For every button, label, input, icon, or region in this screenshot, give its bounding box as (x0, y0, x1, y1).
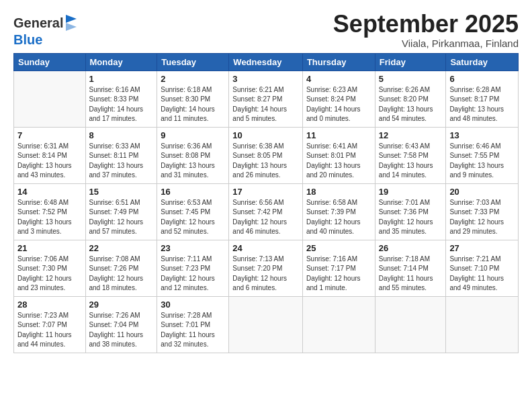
day-number: 20 (449, 187, 515, 197)
day-detail: Sunrise: 6:23 AMSunset: 8:24 PMDaylight:… (306, 85, 371, 124)
day-number: 7 (17, 130, 82, 140)
day-number: 14 (17, 187, 82, 197)
day-detail: Sunrise: 7:06 AMSunset: 7:30 PMDaylight:… (17, 255, 82, 293)
calendar-cell: 29Sunrise: 7:26 AMSunset: 7:04 PMDayligh… (85, 296, 157, 353)
calendar-cell: 25Sunrise: 7:16 AMSunset: 7:17 PMDayligh… (302, 240, 375, 296)
day-detail: Sunrise: 7:21 AMSunset: 7:10 PMDaylight:… (449, 255, 515, 293)
calendar-cell: 7Sunrise: 6:31 AMSunset: 8:14 PMDaylight… (14, 127, 86, 183)
week-row-5: 28Sunrise: 7:23 AMSunset: 7:07 PMDayligh… (14, 296, 519, 353)
day-number: 29 (89, 300, 154, 310)
logo-flag-icon (64, 13, 78, 32)
day-detail: Sunrise: 6:46 AMSunset: 7:55 PMDaylight:… (449, 142, 515, 181)
day-number: 15 (89, 187, 154, 197)
day-detail: Sunrise: 6:18 AMSunset: 8:30 PMDaylight:… (161, 85, 225, 124)
svg-marker-1 (66, 23, 77, 31)
day-number: 26 (379, 243, 443, 253)
day-detail: Sunrise: 6:43 AMSunset: 7:58 PMDaylight:… (379, 142, 443, 181)
calendar-cell: 18Sunrise: 6:58 AMSunset: 7:39 PMDayligh… (302, 183, 375, 240)
logo-blue: Blue (13, 32, 42, 47)
day-detail: Sunrise: 6:58 AMSunset: 7:39 PMDaylight:… (306, 198, 371, 237)
day-detail: Sunrise: 6:26 AMSunset: 8:20 PMDaylight:… (379, 85, 443, 124)
day-detail: Sunrise: 6:48 AMSunset: 7:52 PMDaylight:… (17, 198, 82, 237)
day-detail: Sunrise: 6:41 AMSunset: 8:01 PMDaylight:… (306, 142, 371, 181)
title-block: September 2025 Viiala, Pirkanmaa, Finlan… (333, 11, 519, 49)
day-detail: Sunrise: 7:26 AMSunset: 7:04 PMDaylight:… (89, 311, 154, 350)
day-detail: Sunrise: 6:28 AMSunset: 8:17 PMDaylight:… (449, 85, 515, 124)
calendar-cell: 8Sunrise: 6:33 AMSunset: 8:11 PMDaylight… (85, 127, 157, 183)
calendar-cell: 22Sunrise: 7:08 AMSunset: 7:26 PMDayligh… (85, 240, 157, 296)
day-number: 27 (449, 243, 515, 253)
calendar-cell: 4Sunrise: 6:23 AMSunset: 8:24 PMDaylight… (302, 71, 375, 127)
day-number: 9 (161, 130, 225, 140)
calendar-cell: 12Sunrise: 6:43 AMSunset: 7:58 PMDayligh… (375, 127, 446, 183)
day-detail: Sunrise: 6:53 AMSunset: 7:45 PMDaylight:… (161, 198, 225, 237)
calendar-cell: 23Sunrise: 7:11 AMSunset: 7:23 PMDayligh… (157, 240, 229, 296)
calendar-cell (302, 296, 375, 353)
week-row-1: 1Sunrise: 6:16 AMSunset: 8:33 PMDaylight… (14, 71, 519, 127)
location: Viiala, Pirkanmaa, Finland (333, 38, 519, 49)
logo: General Blue (13, 13, 78, 47)
calendar-cell: 5Sunrise: 6:26 AMSunset: 8:20 PMDaylight… (375, 71, 446, 127)
svg-marker-0 (66, 15, 77, 23)
logo-general: General (13, 15, 63, 30)
calendar-cell: 20Sunrise: 7:03 AMSunset: 7:33 PMDayligh… (446, 183, 519, 240)
day-detail: Sunrise: 6:21 AMSunset: 8:27 PMDaylight:… (232, 85, 299, 124)
day-detail: Sunrise: 7:16 AMSunset: 7:17 PMDaylight:… (306, 255, 371, 293)
col-tuesday: Tuesday (157, 53, 229, 71)
calendar-cell: 21Sunrise: 7:06 AMSunset: 7:30 PMDayligh… (14, 240, 86, 296)
day-detail: Sunrise: 7:18 AMSunset: 7:14 PMDaylight:… (379, 255, 443, 293)
col-sunday: Sunday (14, 53, 86, 71)
day-detail: Sunrise: 6:51 AMSunset: 7:49 PMDaylight:… (89, 198, 154, 237)
day-detail: Sunrise: 7:28 AMSunset: 7:01 PMDaylight:… (161, 311, 225, 350)
calendar-cell: 28Sunrise: 7:23 AMSunset: 7:07 PMDayligh… (14, 296, 86, 353)
calendar: Sunday Monday Tuesday Wednesday Thursday… (13, 53, 519, 353)
week-row-4: 21Sunrise: 7:06 AMSunset: 7:30 PMDayligh… (14, 240, 519, 296)
day-detail: Sunrise: 6:31 AMSunset: 8:14 PMDaylight:… (17, 142, 82, 181)
col-friday: Friday (375, 53, 446, 71)
day-detail: Sunrise: 6:33 AMSunset: 8:11 PMDaylight:… (89, 142, 154, 181)
day-detail: Sunrise: 7:03 AMSunset: 7:33 PMDaylight:… (449, 198, 515, 237)
day-number: 11 (306, 130, 371, 140)
calendar-cell: 6Sunrise: 6:28 AMSunset: 8:17 PMDaylight… (446, 71, 519, 127)
calendar-cell: 9Sunrise: 6:36 AMSunset: 8:08 PMDaylight… (157, 127, 229, 183)
page: General Blue September 2025 Viiala, Pirk… (0, 0, 532, 411)
day-number: 28 (17, 300, 82, 310)
calendar-cell: 13Sunrise: 6:46 AMSunset: 7:55 PMDayligh… (446, 127, 519, 183)
calendar-cell: 11Sunrise: 6:41 AMSunset: 8:01 PMDayligh… (302, 127, 375, 183)
day-detail: Sunrise: 7:08 AMSunset: 7:26 PMDaylight:… (89, 255, 154, 293)
day-number: 24 (232, 243, 299, 253)
day-number: 6 (449, 74, 515, 84)
month-title: September 2025 (333, 11, 519, 38)
day-detail: Sunrise: 7:13 AMSunset: 7:20 PMDaylight:… (232, 255, 299, 293)
calendar-cell: 2Sunrise: 6:18 AMSunset: 8:30 PMDaylight… (157, 71, 229, 127)
day-number: 18 (306, 187, 371, 197)
day-number: 13 (449, 130, 515, 140)
day-number: 3 (232, 74, 299, 84)
day-number: 17 (232, 187, 299, 197)
day-number: 19 (379, 187, 443, 197)
day-detail: Sunrise: 7:01 AMSunset: 7:36 PMDaylight:… (379, 198, 443, 237)
col-saturday: Saturday (446, 53, 519, 71)
day-detail: Sunrise: 6:36 AMSunset: 8:08 PMDaylight:… (161, 142, 225, 181)
calendar-cell: 24Sunrise: 7:13 AMSunset: 7:20 PMDayligh… (229, 240, 303, 296)
day-number: 30 (161, 300, 225, 310)
header: General Blue September 2025 Viiala, Pirk… (13, 11, 519, 49)
day-number: 12 (379, 130, 443, 140)
week-row-3: 14Sunrise: 6:48 AMSunset: 7:52 PMDayligh… (14, 183, 519, 240)
day-number: 23 (161, 243, 225, 253)
day-detail: Sunrise: 7:23 AMSunset: 7:07 PMDaylight:… (17, 311, 82, 350)
calendar-cell: 1Sunrise: 6:16 AMSunset: 8:33 PMDaylight… (85, 71, 157, 127)
day-number: 5 (379, 74, 443, 84)
calendar-cell: 26Sunrise: 7:18 AMSunset: 7:14 PMDayligh… (375, 240, 446, 296)
calendar-cell: 19Sunrise: 7:01 AMSunset: 7:36 PMDayligh… (375, 183, 446, 240)
col-thursday: Thursday (302, 53, 375, 71)
day-number: 10 (232, 130, 299, 140)
day-number: 4 (306, 74, 371, 84)
calendar-cell (446, 296, 519, 353)
day-detail: Sunrise: 6:38 AMSunset: 8:05 PMDaylight:… (232, 142, 299, 181)
col-wednesday: Wednesday (229, 53, 303, 71)
day-number: 1 (89, 74, 154, 84)
day-detail: Sunrise: 6:16 AMSunset: 8:33 PMDaylight:… (89, 85, 154, 124)
calendar-cell: 16Sunrise: 6:53 AMSunset: 7:45 PMDayligh… (157, 183, 229, 240)
logo-text: General Blue (13, 13, 78, 47)
